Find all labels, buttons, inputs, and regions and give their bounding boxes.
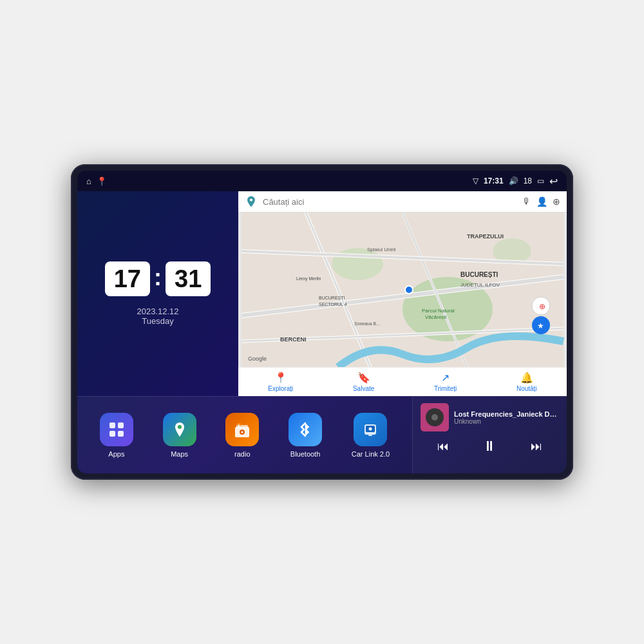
svg-text:BERCENI: BERCENI <box>280 336 307 343</box>
status-bar: ⌂ 📍 ▽ 17:31 🔊 18 ▭ ↩ <box>77 171 567 191</box>
map-send-btn[interactable]: ↗ Trimiteți <box>434 372 457 392</box>
carlink-label: Car Link 2.0 <box>352 450 390 458</box>
send-label: Trimiteți <box>434 385 457 392</box>
svg-point-45 <box>369 427 372 430</box>
svg-text:Splaiul Unirii: Splaiul Unirii <box>367 247 396 252</box>
svg-point-3 <box>332 248 383 280</box>
app-item-maps[interactable]: Maps <box>163 413 196 458</box>
date-text: 2023.12.12 <box>137 307 178 316</box>
svg-text:BUCUREȘTI: BUCUREȘTI <box>319 296 345 301</box>
svg-text:SECTORUL 4: SECTORUL 4 <box>319 302 347 307</box>
maps-status-icon[interactable]: 📍 <box>97 176 107 186</box>
day-text: Tuesday <box>137 316 178 326</box>
map-saved-btn[interactable]: 🔖 Salvate <box>353 372 374 392</box>
clock-display: 17 : 31 <box>105 261 211 296</box>
svg-text:Google: Google <box>248 355 267 362</box>
mic-icon[interactable]: 🎙 <box>522 196 531 207</box>
back-icon[interactable]: ↩ <box>549 175 558 187</box>
svg-text:Parcul Natural: Parcul Natural <box>422 308 455 314</box>
home-icon[interactable]: ⌂ <box>86 176 91 186</box>
map-search-bar[interactable]: 🎙 👤 ⊕ <box>238 191 567 213</box>
clock-hour: 17 <box>114 267 141 291</box>
music-thumbnail <box>421 403 449 431</box>
date-info: 2023.12.12 Tuesday <box>137 307 178 326</box>
google-maps-logo <box>245 195 258 208</box>
device-screen: ⌂ 📍 ▽ 17:31 🔊 18 ▭ ↩ 17 <box>77 171 567 473</box>
volume-level: 18 <box>524 176 532 185</box>
top-row: 17 : 31 2023.12.12 Tuesday <box>77 191 567 396</box>
explore-icon: 📍 <box>274 372 287 384</box>
map-explore-btn[interactable]: 📍 Explorați <box>268 372 293 392</box>
svg-point-36 <box>178 425 182 429</box>
map-bottom-bar: 📍 Explorați 🔖 Salvate ↗ Trimiteți 🔔 <box>238 367 567 396</box>
music-info: Lost Frequencies_Janieck Devy-... Unknow… <box>454 410 559 425</box>
app-item-bluetooth[interactable]: Bluetooth <box>289 413 322 458</box>
status-left-icons: ⌂ 📍 <box>86 176 107 186</box>
svg-text:Văcărești: Văcărești <box>425 314 447 320</box>
clock-panel: 17 : 31 2023.12.12 Tuesday <box>77 191 238 396</box>
svg-text:⊕: ⊕ <box>539 302 545 311</box>
map-panel[interactable]: 🎙 👤 ⊕ <box>238 191 567 396</box>
svg-text:BUCUREȘTI: BUCUREȘTI <box>460 271 498 278</box>
app-item-apps[interactable]: Apps <box>100 413 133 458</box>
music-artist: Unknown <box>454 418 559 425</box>
maps-icon-svg <box>171 421 189 439</box>
radio-icon: FM <box>225 413 259 446</box>
bt-icon-svg <box>296 421 314 439</box>
saved-icon: 🔖 <box>357 372 370 384</box>
saved-label: Salvate <box>353 385 374 392</box>
svg-text:FM: FM <box>237 422 242 426</box>
music-play-btn[interactable]: ⏸ <box>480 435 499 457</box>
clock-minute: 31 <box>175 267 202 291</box>
main-content: 17 : 31 2023.12.12 Tuesday <box>77 191 567 473</box>
carlink-icon-svg <box>361 421 379 439</box>
bluetooth-label: Bluetooth <box>290 450 320 458</box>
svg-point-26 <box>405 286 413 294</box>
apps-panel: Apps Maps <box>77 396 412 473</box>
map-news-btn[interactable]: 🔔 Noutăți <box>516 372 537 392</box>
bluetooth-icon <box>289 413 322 446</box>
music-controls: ⏮ ⏸ ⏭ <box>421 435 559 457</box>
clock-minute-block: 31 <box>166 261 211 296</box>
music-thumb-art <box>421 403 449 431</box>
news-icon: 🔔 <box>520 372 533 384</box>
apps-label: Apps <box>108 450 124 458</box>
svg-rect-1 <box>242 213 564 367</box>
svg-rect-32 <box>109 422 115 428</box>
music-top: Lost Frequencies_Janieck Devy-... Unknow… <box>421 403 559 431</box>
status-time: 17:31 <box>484 176 504 185</box>
explore-label: Explorați <box>268 385 293 392</box>
clock-hour-block: 17 <box>105 261 150 296</box>
app-item-radio[interactable]: FM radio <box>225 413 259 458</box>
radio-icon-svg: FM <box>233 421 251 439</box>
svg-text:JUDEȚUL ILFOV: JUDEȚUL ILFOV <box>460 282 500 288</box>
music-prev-btn[interactable]: ⏮ <box>435 437 451 456</box>
svg-point-0 <box>250 198 252 201</box>
account-icon[interactable]: 👤 <box>536 196 547 207</box>
layers-icon[interactable]: ⊕ <box>553 196 560 207</box>
volume-icon: 🔊 <box>509 176 518 185</box>
map-search-input[interactable] <box>263 197 517 207</box>
status-right-info: ▽ 17:31 🔊 18 ▭ ↩ <box>473 175 558 187</box>
svg-rect-34 <box>109 431 115 437</box>
battery-icon: ▭ <box>537 176 544 185</box>
app-item-carlink[interactable]: Car Link 2.0 <box>352 413 390 458</box>
svg-rect-35 <box>118 431 124 437</box>
signal-icon: ▽ <box>473 176 478 185</box>
map-svg: TRAPEZULUI BUCUREȘTI JUDEȚUL ILFOV BERCE… <box>238 213 567 367</box>
news-label: Noutăți <box>516 385 537 392</box>
music-title: Lost Frequencies_Janieck Devy-... <box>454 410 559 418</box>
svg-point-40 <box>242 431 243 433</box>
radio-label: radio <box>234 450 250 458</box>
svg-text:TRAPEZULUI: TRAPEZULUI <box>467 233 504 240</box>
svg-rect-46 <box>368 435 372 436</box>
svg-text:★: ★ <box>537 321 544 330</box>
carlink-icon <box>354 413 387 446</box>
clock-colon: : <box>154 264 162 291</box>
car-head-unit: ⌂ 📍 ▽ 17:31 🔊 18 ▭ ↩ 17 <box>71 164 573 480</box>
svg-rect-33 <box>118 422 124 428</box>
svg-text:Leroy Merlin: Leroy Merlin <box>296 276 321 281</box>
music-next-btn[interactable]: ⏭ <box>528 437 545 456</box>
send-icon: ↗ <box>441 372 450 384</box>
map-view[interactable]: TRAPEZULUI BUCUREȘTI JUDEȚUL ILFOV BERCE… <box>238 213 567 367</box>
